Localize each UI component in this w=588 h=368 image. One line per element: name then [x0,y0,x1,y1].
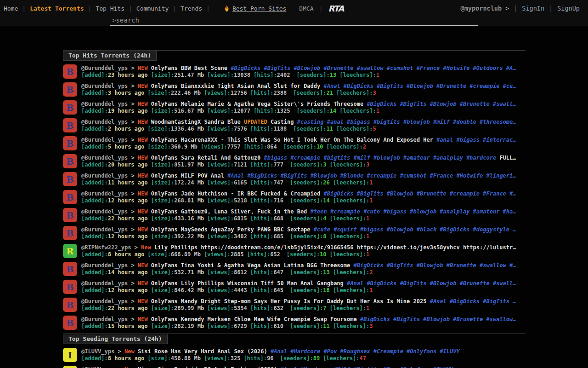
promo-link[interactable]: Best Porn Sites [217,5,286,12]
uploader-avatar[interactable]: B [63,262,77,276]
torrent-tags[interactable]: #Anal #BigDicks #BigTits #Blowjob #Blond… [227,172,516,179]
uploader-name[interactable]: @Burunddel_yps [81,101,128,107]
torrent-tags[interactable]: #BigDicks #BigTits #Blowjob #Brunette #s… [360,316,516,322]
uploader-avatar[interactable]: B [63,100,77,115]
torrent-title[interactable]: Onlyfans Sara Retali And Gattouz0 [151,155,260,161]
meta-seeders: [seeders]:13 [290,269,330,276]
torrent-tags[interactable]: #Anal #BigDicks #BigTits #Blowjob #Brune… [323,83,516,89]
torrent-title[interactable]: WoodmanCastingX Sandra Blue [151,119,241,125]
torrent-tags[interactable]: #BigDicks #BigTits #Blowjob #Brunette #c… [323,190,516,197]
uploader-avatar[interactable]: B [63,154,77,168]
views-value: 6165 [234,179,247,186]
torrent-title[interactable]: OnlyFans Kennedy Marksen Chloe Mae Wife … [151,316,357,322]
uploader-name[interactable]: @Burunddel_yps [81,119,128,125]
torrent-title[interactable]: OnlyFans MacarenaXXX - This Slut Was So … [151,137,433,143]
uploader-name[interactable]: @RIPNsfw222_yps [81,244,131,251]
uploader-avatar[interactable]: B [63,64,77,79]
torrent-title[interactable]: Kissa Sins Roadside BG Anal Fucking (202… [138,366,277,368]
rta-logo[interactable]: RTA [328,4,343,13]
uploader-name[interactable]: @Burunddel_yps [81,226,128,233]
uploader-avatar[interactable]: B [63,136,77,150]
uploader-name[interactable]: @Burunddel_yps [81,262,128,269]
uploader-name[interactable]: @Burunddel_yps [81,155,128,161]
nav-item-home[interactable]: Home [4,5,22,12]
torrent-title[interactable]: Sisi Rose Has Very Hard Anal Sex (2026) [138,348,267,355]
dmca-link[interactable]: DMCA [299,5,319,12]
torrent-title[interactable]: OnlyFans Melanie Marie & Agatha Vega Sis… [151,101,363,107]
torrent-tags[interactable]: #casting #anal #bigass #bigtits #blowjob… [297,119,516,125]
torrent-title-cont[interactable]: Casting [271,119,294,125]
torrent-tags[interactable]: #BigDicks #BigTits #Blowjob #Brunette #s… [231,65,516,71]
torrent-tags[interactable]: #Anal #Hardcore #Pov #Roughsex #Creampie… [271,348,460,355]
torrent-tags[interactable]: #cute #squirt #bigass #blowjob #black #B… [314,226,516,233]
torrent-title-line: @RIPNsfw222_yps > New Lily Phillips http… [81,244,526,251]
torrent-list: B @Burunddel_yps > NEW OnlyFans BBW Best… [63,64,526,330]
torrent-title[interactable]: OnlyFans Mandy Bright Step-mom Says Her … [151,298,427,305]
uploader-avatar[interactable]: B [63,190,77,204]
uploader-avatar[interactable]: B [63,316,77,330]
views-value: 13038 [234,72,250,78]
nav-item-top-hits[interactable]: Top Hits [91,5,129,12]
meta-leechers: [leechers]:3 [330,161,370,168]
torrent-tags[interactable]: #Anal #BigDicks #BigTits … [430,298,516,305]
size-value: 251.47 Mb [174,72,204,78]
nav-item-latest-torrents[interactable]: Latest Torrents [26,5,88,12]
torrent-row-lines: @ILUVV_yps > New Sisi Rose Has Very Hard… [81,348,526,362]
torrent-tags[interactable]: #Anal #Hardcore #Milf #Bigtits #Pov #Onl… [281,366,453,368]
uploader-avatar[interactable]: B [63,82,77,97]
torrent-tags[interactable]: #bigass #creampie #bigtits #milf #blowjo… [264,155,496,161]
signup-link[interactable]: SignUp [553,5,584,12]
torrent-title[interactable]: Onlyfans MaySeeds AquaZay Perky PAWG BBC… [151,226,311,233]
search-input[interactable] [110,16,478,26]
uploader-avatar[interactable]: B [63,208,77,222]
torrent-tags[interactable]: #Anal #BigDicks #BigTits #Blowjob #Brune… [347,280,516,287]
uploader-avatar[interactable]: I [63,348,77,362]
signin-link[interactable]: SignIn [517,5,549,12]
torrent-title[interactable]: OnlyFans Bianxxxkie Tight Asian Anal Slu… [151,83,320,89]
torrent-tags[interactable]: #anal #bigass #interrac… [436,137,516,143]
torrent-title[interactable]: OnlyFans Tina Yoshi & Agatha Vega Asian … [151,262,350,269]
uploader-name[interactable]: @Burunddel_yps [81,172,128,179]
uploader-name[interactable]: @Burunddel_yps [81,316,128,322]
torrent-title[interactable]: OnlyFans Jade Hutchison - IR BBC Fucked … [151,190,320,197]
nav-item-community[interactable]: Community [132,5,173,12]
uploader-name[interactable]: @Burunddel_yps [81,137,128,143]
torrent-title[interactable]: OnlyFans Lily Phillips Wisconsin Tiff 50… [151,280,344,287]
meta-hits: [hits]:1325 [254,108,290,114]
uploader-name[interactable]: @Burunddel_yps [81,208,128,215]
seeders-value: 13 [330,72,336,78]
size-value: 282.19 Mb [174,323,204,329]
uploader-avatar[interactable]: R [63,244,77,258]
torrent-row: B @Burunddel_yps > NEW OnlyFans Melanie … [63,100,526,115]
torrent-tags[interactable]: #BigDicks #BigTits #Blowjob #Brunette #s… [354,262,516,269]
chevron-right-icon: > [131,172,134,179]
uploader-name[interactable]: @Burunddel_yps [81,298,128,305]
seeders-value: 18 [323,287,329,293]
meta-hits: [hits]:610 [250,323,283,329]
site-name[interactable]: @mypornclub [461,5,502,12]
uploader-avatar[interactable]: B [63,172,77,186]
torrent-title[interactable]: OnlyFans BBW Best Scene [151,65,227,71]
uploader-name[interactable]: @ILUVV_yps [81,348,114,355]
torrent-title[interactable]: Onlyfans MILF POV Anal [151,172,224,179]
torrent-title[interactable]: Lily Phillips https://doodstream.com/e/l… [154,244,516,251]
uploader-avatar[interactable]: I [63,366,77,368]
torrent-title[interactable]: OnlyFans Gattouz0, Luna Silver, Fuck in … [151,208,307,215]
meta-views: [views]:13038 [207,72,250,78]
uploader-avatar[interactable]: B [63,280,77,294]
uploader-name[interactable]: @Burunddel_yps [81,280,128,287]
uploader-name[interactable]: @Burunddel_yps [81,83,128,89]
uploader-name[interactable]: @Burunddel_yps [81,190,128,197]
torrent-row-lines: @Burunddel_yps > NEW WoodmanCastingX San… [81,118,526,132]
torrent-tags[interactable]: #teen #creampie #cute #bigass #blowjob #… [311,208,516,215]
uploader-name[interactable]: @Burunddel_yps [81,65,128,71]
views-value: 6729 [234,323,247,329]
meta-added: [added]:23 hours ago [81,72,148,78]
uploader-avatar[interactable]: B [63,226,77,240]
uploader-name[interactable]: @ILUVV_yps [81,366,114,368]
uploader-avatar[interactable]: B [63,118,77,132]
size-value: 360.9 Mb [171,144,198,150]
torrent-tags[interactable]: #BigDicks #BigTits #Blowjob #Brunette #s… [367,101,516,107]
nav-item-trends[interactable]: Trends [176,5,206,12]
uploader-avatar[interactable]: B [63,298,77,312]
